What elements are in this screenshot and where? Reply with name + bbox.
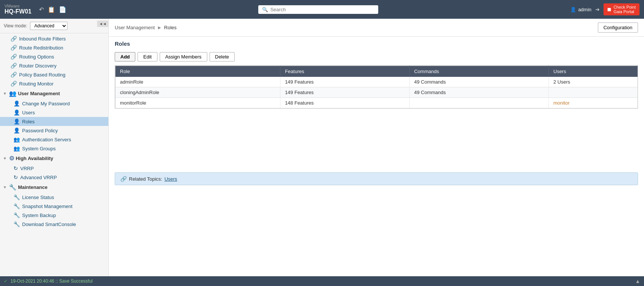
- back-icon[interactable]: ↶: [39, 6, 44, 13]
- assign-members-button[interactable]: Assign Members: [160, 52, 207, 61]
- sidebar-item-policy-based-routing[interactable]: 🔗 Policy Based Routing: [0, 70, 108, 79]
- table-row[interactable]: adminRole 149 Features 49 Commands 2 Use…: [115, 77, 638, 87]
- system-groups-icon: 👥: [13, 145, 20, 151]
- cell-commands: 49 Commands: [409, 77, 549, 87]
- sidebar-label: Authentication Servers: [22, 137, 71, 142]
- toolbar: Add Edit Assign Members Delete: [115, 52, 638, 61]
- related-topics: 🔗 Related Topics: Users: [115, 172, 638, 185]
- status-message: 19-Oct-2021 20:40:46 :: Save Successful: [10, 279, 93, 284]
- sidebar-item-users[interactable]: 👤 Users: [0, 108, 108, 117]
- sidebar-item-routing-options[interactable]: 🔗 Routing Options: [0, 52, 108, 61]
- col-header-features: Features: [280, 66, 410, 77]
- table-row[interactable]: monitorRole 148 Features monitor: [115, 98, 638, 108]
- edit-button[interactable]: Edit: [138, 52, 157, 61]
- checkpoint-name: Check Point: [614, 5, 636, 9]
- roles-table-container: Role Features Commands Users adminRole 1…: [115, 65, 638, 109]
- sidebar-label: Download SmartConsole: [22, 222, 76, 227]
- checkpoint-brand: ■ Check Point Gaia Portal: [604, 3, 640, 15]
- route-filter-icon: 🔗: [10, 36, 17, 42]
- collapse-icon-maint: ▼: [3, 185, 7, 189]
- sidebar-label: Router Discovery: [19, 63, 57, 69]
- section-header-high-availability[interactable]: ▼ ⚙ High Availability: [0, 153, 108, 164]
- configuration-button[interactable]: Configuration: [598, 22, 638, 33]
- license-icon: 🔧: [13, 194, 20, 200]
- section-header-maintenance[interactable]: ▼ 🔧 Maintenance: [0, 182, 108, 193]
- cell-users: [549, 87, 638, 98]
- sidebar-item-system-backup[interactable]: 🔧 System Backup: [0, 211, 108, 220]
- sidebar: ◄◄ View mode: Advanced Basic 🔗 Inbound R…: [0, 19, 109, 276]
- sidebar-item-router-discovery[interactable]: 🔗 Router Discovery: [0, 61, 108, 70]
- sidebar-label: System Groups: [22, 146, 56, 151]
- clipboard-icon[interactable]: 📋: [48, 6, 55, 13]
- sidebar-item-roles[interactable]: 👤 Roles: [0, 117, 108, 126]
- section-label: User Management: [18, 91, 60, 96]
- cell-role: cloningAdminRole: [115, 87, 280, 98]
- roles-table: Role Features Commands Users adminRole 1…: [115, 66, 638, 108]
- link-icon: 🔗: [120, 176, 127, 182]
- user-management-icon: 👥: [9, 90, 16, 97]
- col-header-commands: Commands: [409, 66, 549, 77]
- policy-routing-icon: 🔗: [10, 72, 17, 78]
- sidebar-item-route-redistribution[interactable]: 🔗 Route Redistribution: [0, 43, 108, 52]
- scroll-up-indicator[interactable]: ▲: [635, 278, 640, 284]
- delete-button[interactable]: Delete: [210, 52, 235, 61]
- search-input[interactable]: [270, 7, 374, 12]
- sidebar-label: Routing Options: [19, 54, 54, 60]
- sidebar-label: Password Policy: [22, 128, 58, 133]
- breadcrumb-current: Roles: [164, 25, 177, 30]
- sidebar-label: Change My Password: [22, 101, 70, 106]
- breadcrumb-bar: User Management ► Roles Configuration: [109, 19, 644, 37]
- vrrp-icon: ↻: [13, 165, 18, 171]
- document-icon[interactable]: 📄: [59, 6, 66, 13]
- smartconsole-icon: 🔧: [13, 221, 20, 227]
- table-row[interactable]: cloningAdminRole 149 Features 49 Command…: [115, 87, 638, 98]
- sidebar-item-authentication-servers[interactable]: 👥 Authentication Servers: [0, 135, 108, 144]
- status-check-icon: ✓: [4, 279, 7, 284]
- cell-role: adminRole: [115, 77, 280, 87]
- vmware-label: VMware: [4, 4, 31, 8]
- sidebar-item-routing-monitor[interactable]: 🔗 Routing Monitor: [0, 79, 108, 88]
- sidebar-item-snapshot-management[interactable]: 🔧 Snapshot Management: [0, 202, 108, 211]
- sidebar-collapse-btn[interactable]: ◄◄: [97, 21, 108, 27]
- sidebar-item-password-policy[interactable]: 👤 Password Policy: [0, 126, 108, 135]
- view-mode-select[interactable]: Advanced Basic: [30, 22, 67, 30]
- sidebar-label: Route Redistribution: [19, 45, 63, 51]
- logout-icon[interactable]: ➔: [595, 6, 600, 12]
- hostname: HQ-FW01: [4, 8, 31, 15]
- col-header-role: Role: [115, 66, 280, 77]
- related-topics-users-link[interactable]: Users: [165, 176, 177, 182]
- cell-features: 148 Features: [280, 98, 410, 108]
- add-button[interactable]: Add: [115, 52, 135, 61]
- section-header-user-management[interactable]: ▼ 👥 User Management: [0, 88, 108, 99]
- sidebar-item-change-password[interactable]: 👤 Change My Password: [0, 99, 108, 108]
- sidebar-label: Roles: [22, 119, 34, 124]
- sidebar-item-license-status[interactable]: 🔧 License Status: [0, 193, 108, 202]
- maintenance-icon: 🔧: [9, 184, 16, 191]
- search-bar[interactable]: 🔍: [258, 5, 378, 14]
- sidebar-item-vrrp[interactable]: ↻ VRRP: [0, 164, 108, 173]
- username: admin: [578, 7, 591, 12]
- sidebar-label: Snapshot Management: [22, 204, 72, 209]
- cell-commands: 49 Commands: [409, 87, 549, 98]
- collapse-icon: ▼: [3, 91, 7, 96]
- statusbar: ✓ 19-Oct-2021 20:40:46 :: Save Successfu…: [0, 276, 644, 286]
- sidebar-items: 🔗 Inbound Route Filters 🔗 Route Redistri…: [0, 33, 108, 229]
- sidebar-label: Inbound Route Filters: [19, 36, 66, 42]
- sidebar-label: Routing Monitor: [19, 81, 54, 87]
- sidebar-item-advanced-vrrp[interactable]: ↻ Advanced VRRP: [0, 173, 108, 182]
- sidebar-item-download-smartconsole[interactable]: 🔧 Download SmartConsole: [0, 220, 108, 229]
- cell-features: 149 Features: [280, 77, 410, 87]
- sidebar-item-inbound-route-filters[interactable]: 🔗 Inbound Route Filters: [0, 34, 108, 43]
- breadcrumb-parent[interactable]: User Management: [115, 25, 155, 30]
- sidebar-item-system-groups[interactable]: 👥 System Groups: [0, 144, 108, 153]
- redistribution-icon: 🔗: [10, 45, 17, 51]
- sidebar-label: Policy Based Routing: [19, 72, 66, 78]
- sidebar-label: License Status: [22, 195, 54, 200]
- routing-options-icon: 🔗: [10, 54, 17, 60]
- cell-users: 2 Users: [549, 77, 638, 87]
- cell-users-link[interactable]: monitor: [549, 98, 638, 108]
- topbar-right: 👤 admin ➔ ■ Check Point Gaia Portal: [570, 3, 640, 15]
- collapse-icon-ha: ▼: [3, 156, 7, 160]
- sidebar-label: VRRP: [20, 166, 34, 171]
- view-mode-label: View mode:: [4, 23, 27, 28]
